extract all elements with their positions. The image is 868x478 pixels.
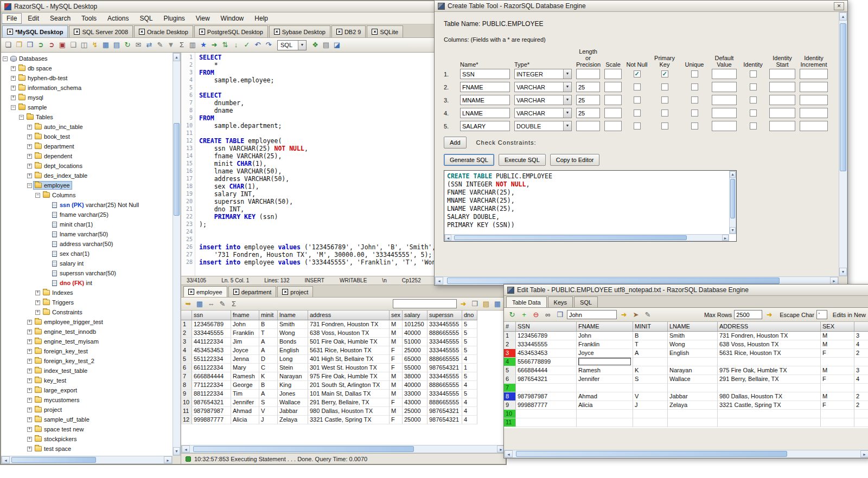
edit-row[interactable]: 9999887777AliciaJZelaya3321 Castle, Spri…: [504, 401, 868, 410]
tree-expander-icon[interactable]: +: [27, 349, 32, 354]
tree-expander-icon[interactable]: +: [27, 320, 32, 325]
edit-cell[interactable]: F: [821, 401, 854, 410]
dropdown-arrow-icon[interactable]: ▼: [563, 69, 571, 79]
tree-item[interactable]: +information_schema: [1, 83, 173, 93]
connection-tab[interactable]: ✕SQL Server 2008: [69, 25, 133, 37]
scroll-down-icon[interactable]: ▼: [173, 447, 180, 455]
column-name-input[interactable]: [460, 121, 510, 131]
edit-column-header[interactable]: SEX: [821, 322, 854, 332]
scrollbar-thumb[interactable]: [447, 277, 780, 284]
not-null-checkbox[interactable]: [634, 109, 641, 117]
edit-cell[interactable]: [516, 418, 577, 427]
edit-cell[interactable]: 987654321: [516, 375, 577, 384]
tree-item[interactable]: −employee: [1, 180, 173, 190]
edit-tab-table-data[interactable]: Table Data: [506, 296, 547, 307]
unique-checkbox[interactable]: [691, 109, 698, 117]
tree-expander-icon[interactable]: +: [11, 86, 16, 91]
column-name-input[interactable]: [460, 82, 510, 92]
edit-cell[interactable]: [668, 410, 718, 418]
tree-expander-icon[interactable]: −: [35, 193, 40, 198]
edit-row[interactable]: 3453453453JoyceAEnglish5631 Rice, Housto…: [504, 349, 868, 358]
identity-start-input[interactable]: [769, 95, 795, 105]
length-input[interactable]: [576, 69, 600, 79]
tree-item[interactable]: +hyphen-db-test: [1, 73, 173, 83]
row-number[interactable]: 4: [504, 358, 516, 366]
edit-column-header[interactable]: LNAME: [668, 322, 718, 332]
edit-cell-tool-icon[interactable]: ✎: [643, 310, 653, 320]
edit-cell[interactable]: [718, 418, 821, 427]
refresh-data-icon[interactable]: ↻: [507, 310, 517, 320]
results-column-header[interactable]: ssn: [192, 311, 231, 320]
edit-cell[interactable]: [718, 358, 821, 366]
tree-expander-icon[interactable]: +: [27, 427, 32, 432]
find-next-icon[interactable]: ➜: [619, 310, 629, 320]
edit-cell[interactable]: 975 Fire Oak, Humble TX: [718, 366, 821, 375]
edit-table-titlebar[interactable]: Edit Table - PUBLIC.EMPLOYEE utf8_notepa…: [504, 285, 868, 296]
row-number[interactable]: 1: [504, 332, 516, 340]
edit-column-header[interactable]: FNAME: [577, 322, 633, 332]
tree-item[interactable]: +engine_test_innodb: [1, 327, 173, 337]
close-tab-icon[interactable]: ✕: [336, 29, 342, 35]
tree-item[interactable]: +des_index_table: [1, 171, 173, 180]
tree-item[interactable]: −Tables: [1, 112, 173, 122]
save-edits-icon[interactable]: ❒: [555, 310, 565, 320]
length-input[interactable]: [576, 82, 600, 92]
results-row[interactable]: 10987654321JenniferSWallace291 Berry, Be…: [181, 398, 506, 407]
row-number[interactable]: 11: [504, 418, 516, 427]
tree-item[interactable]: −sample: [1, 102, 173, 112]
row-number[interactable]: 6: [504, 375, 516, 384]
tree-expander-icon[interactable]: +: [27, 339, 32, 344]
row-number[interactable]: 5: [504, 366, 516, 375]
results-column-header[interactable]: address: [308, 311, 390, 320]
cell-editor-input[interactable]: [578, 358, 631, 365]
results-row[interactable]: 9881122334TimAJones101 Main St, Dallas T…: [181, 390, 506, 398]
row-number[interactable]: 2: [504, 340, 516, 349]
tree-expander-icon[interactable]: +: [27, 369, 32, 373]
tree-vertical-scrollbar[interactable]: ▲ ▼: [173, 53, 181, 456]
results-column-header[interactable]: dno: [462, 311, 477, 320]
identity-start-input[interactable]: [769, 108, 795, 118]
tree-item[interactable]: +employee_trigger_test: [1, 317, 173, 327]
edit-column-header[interactable]: ADDRESS: [718, 322, 821, 332]
default-value-input[interactable]: [712, 69, 737, 79]
column-type-select[interactable]: INTEGER▼: [514, 69, 572, 79]
tree-item[interactable]: +mysql: [1, 93, 173, 102]
edit-column-header[interactable]: SSN: [516, 322, 577, 332]
scrollbar-thumb[interactable]: [454, 235, 687, 240]
edit-row[interactable]: 5666884444RameshKNarayan975 Fire Oak, Hu…: [504, 366, 868, 375]
connections-icon[interactable]: ❖: [310, 40, 320, 50]
tree-item[interactable]: +index_test_table: [1, 366, 173, 376]
scale-input[interactable]: [604, 108, 622, 118]
menu-window[interactable]: Window: [216, 13, 249, 24]
edit-cell[interactable]: 987987987: [516, 392, 577, 401]
edit-cell[interactable]: [577, 418, 633, 427]
default-value-input[interactable]: [712, 95, 737, 105]
edit-cell[interactable]: 2: [854, 401, 868, 410]
tree-item[interactable]: +foreign_key_test: [1, 346, 173, 356]
unique-checkbox[interactable]: [691, 70, 698, 77]
fit-columns-icon[interactable]: ⇔: [206, 299, 216, 309]
edit-cell[interactable]: [668, 358, 718, 366]
favorites-icon[interactable]: ★: [199, 40, 208, 50]
tree-expander-icon[interactable]: +: [27, 134, 32, 139]
export-table-icon[interactable]: ▤: [112, 40, 122, 50]
report-icon[interactable]: ▤: [481, 299, 491, 309]
results-column-header[interactable]: sex: [390, 311, 403, 320]
dropdown-arrow-icon[interactable]: ▼: [563, 108, 571, 118]
row-number[interactable]: 7: [504, 384, 516, 392]
edit-cell[interactable]: [668, 418, 718, 427]
edit-cell[interactable]: [633, 410, 668, 418]
edit-cell[interactable]: K: [633, 366, 668, 375]
column-name-input[interactable]: [460, 69, 510, 79]
edit-cell[interactable]: 980 Dallas, Houston TX: [718, 392, 821, 401]
close-tab-icon[interactable]: ✕: [282, 289, 288, 295]
scale-input[interactable]: [604, 121, 622, 131]
close-tab-icon[interactable]: ✕: [372, 29, 378, 35]
default-value-input[interactable]: [712, 108, 737, 118]
edit-cell[interactable]: 4: [854, 340, 868, 349]
edit-cell[interactable]: M: [821, 392, 854, 401]
close-tab-icon[interactable]: ✕: [188, 289, 194, 295]
tree-expander-icon[interactable]: +: [27, 388, 32, 393]
results-column-header[interactable]: lname: [278, 311, 308, 320]
menu-tools[interactable]: Tools: [76, 13, 101, 24]
